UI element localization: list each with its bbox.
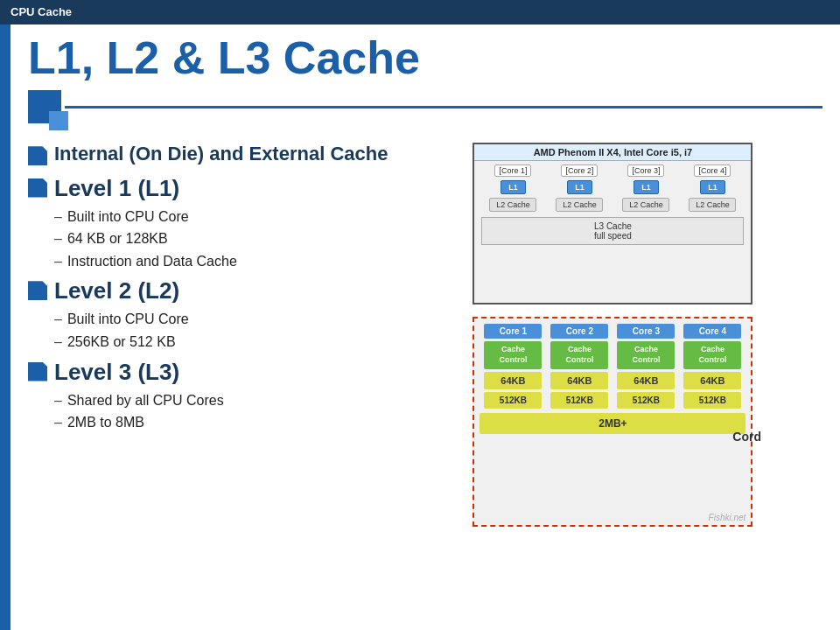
- diag-l2-4: L2 Cache: [689, 198, 736, 212]
- slide-title: L1, L2 & L3 Cache: [28, 33, 822, 83]
- bot-core4-label: Core 4: [683, 324, 741, 339]
- l1-sub2: –64 KB or 128KB: [54, 228, 455, 250]
- bot-cache-ctrl-4: CacheControl: [683, 341, 741, 368]
- two-column-layout: Internal (On Die) and External Cache Lev…: [28, 143, 822, 527]
- diagram-bottom: Core 1 CacheControl 64KB 512KB Core 2 Ca…: [472, 317, 752, 527]
- bullet-square-icon: [28, 146, 47, 165]
- diag-l2-2: L2 Cache: [556, 198, 603, 212]
- divider-line: [65, 106, 822, 108]
- l1-sub3: –Instruction and Data Cache: [54, 250, 455, 273]
- l2-sub1: –Built into CPU Core: [54, 308, 455, 331]
- bot-64kb-2: 64KB: [550, 372, 608, 389]
- bot-512kb-2: 512KB: [550, 392, 608, 409]
- diagram-top: AMD Phenom II X4, Intel Core i5, i7 [Cor…: [472, 143, 752, 304]
- cord-label: Cord: [732, 430, 761, 444]
- bot-core-col-1: Core 1 CacheControl 64KB 512KB: [484, 324, 542, 408]
- left-column: Internal (On Die) and External Cache Lev…: [28, 143, 455, 527]
- level3-label: Level 3 (L3): [54, 359, 179, 386]
- diag-l1-3: L1: [634, 180, 659, 194]
- bot-core1-label: Core 1: [484, 324, 542, 339]
- intro-bullet: Internal (On Die) and External Cache: [28, 143, 455, 165]
- level1-label: Level 1 (L1): [54, 175, 179, 202]
- level3-sub-list: –Shared by all CPU Cores –2MB to 8MB: [54, 389, 455, 434]
- diag-l3-box: L3 Cache full speed: [481, 217, 744, 245]
- topbar: CPU Cache: [0, 0, 840, 24]
- l1-sub1: –Built into CPU Core: [54, 206, 455, 228]
- level1-square-icon: [28, 178, 47, 198]
- level3-bullet: Level 3 (L3): [28, 359, 455, 386]
- bot-core-col-3: Core 3 CacheControl 64KB 512KB: [617, 324, 675, 408]
- bot-64kb-1: 64KB: [484, 372, 542, 389]
- level2-bullet: Level 2 (L2): [28, 277, 455, 304]
- bot-l3-row: 2MB+: [480, 413, 746, 434]
- bot-512kb-3: 512KB: [617, 392, 675, 409]
- level1-bullet: Level 1 (L1): [28, 175, 455, 202]
- diag-l2-1: L2 Cache: [489, 198, 536, 212]
- blue-square-decoration: [28, 90, 61, 123]
- diag-top-title: AMD Phenom II X4, Intel Core i5, i7: [474, 144, 751, 161]
- diag-cores-row: [Core 1] [Core 2] [Core 3] [Core 4]: [474, 161, 751, 178]
- diag-l1-1: L1: [500, 180, 526, 194]
- diag-l1-4: L1: [700, 180, 725, 194]
- diag-core2: [Core 2]: [561, 164, 598, 177]
- diag-l1-2: L1: [567, 180, 592, 194]
- bot-core-col-2: Core 2 CacheControl 64KB 512KB: [550, 324, 608, 408]
- diag-l3-sub: full speed: [594, 231, 632, 241]
- bot-cache-ctrl-3: CacheControl: [617, 341, 675, 368]
- level3-square-icon: [28, 362, 47, 382]
- slide-content: L1, L2 & L3 Cache Internal (On Die) and …: [10, 24, 840, 630]
- bot-512kb-1: 512KB: [484, 392, 542, 409]
- bot-core2-label: Core 2: [550, 324, 608, 339]
- bot-512kb-4: 512KB: [683, 392, 741, 409]
- diag-core3: [Core 3]: [627, 164, 664, 177]
- l3-sub1: –Shared by all CPU Cores: [54, 389, 455, 412]
- diag-l2-row: L2 Cache L2 Cache L2 Cache L2 Cache: [474, 196, 751, 214]
- diag-l2-3: L2 Cache: [622, 198, 669, 212]
- bot-core3-label: Core 3: [617, 324, 675, 339]
- l2-sub2: –256KB or 512 KB: [54, 331, 455, 354]
- intro-label: Internal (On Die) and External Cache: [54, 143, 388, 165]
- bot-64kb-4: 64KB: [683, 372, 741, 389]
- diag-core1: [Core 1]: [494, 164, 531, 177]
- divider-row: [28, 90, 822, 123]
- bot-cache-ctrl-1: CacheControl: [484, 341, 542, 368]
- l3-sub2: –2MB to 8MB: [54, 411, 455, 434]
- bot-cache-ctrl-2: CacheControl: [550, 341, 608, 368]
- left-accent-bar: [0, 24, 10, 630]
- right-column: AMD Phenom II X4, Intel Core i5, i7 [Cor…: [472, 143, 822, 527]
- diag-l1-row: L1 L1 L1 L1: [474, 178, 751, 196]
- topbar-title: CPU Cache: [10, 5, 72, 18]
- fishki-watermark: Fishki.net: [709, 513, 746, 522]
- cord-label-container: Cord: [732, 429, 761, 444]
- blue-square-small: [49, 111, 68, 130]
- level2-label: Level 2 (L2): [54, 277, 179, 304]
- bot-cores-row: Core 1 CacheControl 64KB 512KB Core 2 Ca…: [474, 318, 751, 410]
- level2-square-icon: [28, 281, 47, 300]
- level2-sub-list: –Built into CPU Core –256KB or 512 KB: [54, 308, 455, 353]
- diag-core4: [Core 4]: [694, 164, 731, 177]
- diag-l3-label: L3 Cache: [594, 221, 632, 231]
- bot-core-col-4: Core 4 CacheControl 64KB 512KB: [683, 324, 741, 408]
- level1-sub-list: –Built into CPU Core –64 KB or 128KB –In…: [54, 206, 455, 273]
- main-content: L1, L2 & L3 Cache Internal (On Die) and …: [0, 24, 840, 630]
- bot-64kb-3: 64KB: [617, 372, 675, 389]
